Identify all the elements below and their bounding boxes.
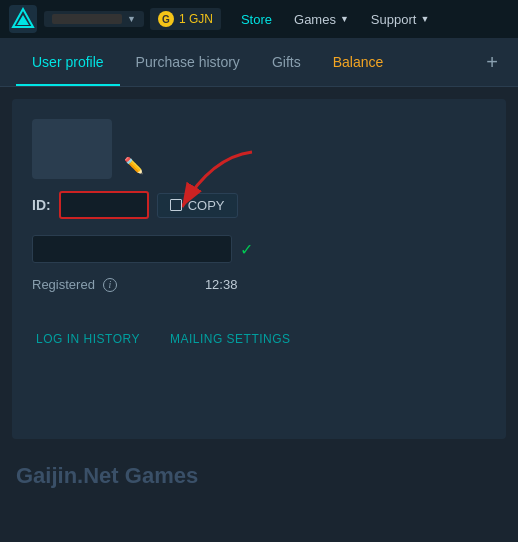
log-in-history-link[interactable]: LOG IN HISTORY [36,332,140,346]
info-icon[interactable]: i [103,278,117,292]
tabs-bar: User profile Purchase history Gifts Bala… [0,38,518,87]
account-chevron-icon: ▼ [127,14,136,24]
nav-support[interactable]: Support ▼ [361,8,439,31]
tab-gifts[interactable]: Gifts [256,38,317,86]
tab-user-profile[interactable]: User profile [16,38,120,86]
account-dropdown[interactable]: ▼ [44,11,144,27]
avatar-row: ✏️ [32,119,486,179]
avatar [32,119,112,179]
email-input[interactable] [32,235,232,263]
registered-time: 12:38 [205,277,238,292]
id-input[interactable] [59,191,149,219]
profile-content: ✏️ ID: COPY ✓ Registered i 12:38 LOG IN … [12,99,506,439]
support-chevron-icon: ▼ [420,14,429,24]
nav-games[interactable]: Games ▼ [284,8,359,31]
footer-text: Gaijin.Net Games [16,463,198,488]
topbar-nav: Store Games ▼ Support ▼ [231,8,439,31]
check-icon: ✓ [240,240,253,259]
nav-store[interactable]: Store [231,8,282,31]
games-chevron-icon: ▼ [340,14,349,24]
copy-button[interactable]: COPY [157,193,238,218]
tab-purchase-history[interactable]: Purchase history [120,38,256,86]
bottom-links: LOG IN HISTORY MAILING SETTINGS [32,332,486,346]
footer: Gaijin.Net Games [0,451,518,501]
email-row: ✓ [32,235,486,263]
id-row: ID: COPY [32,191,486,219]
coin-icon: G [158,11,174,27]
id-label: ID: [32,197,51,213]
add-tab-button[interactable]: + [482,43,502,82]
currency-amount: 1 GJN [179,12,213,26]
account-name [52,14,122,24]
registered-row: Registered i 12:38 [32,277,486,292]
registered-label: Registered [32,277,95,292]
copy-label: COPY [188,198,225,213]
currency-display: G 1 GJN [150,8,221,30]
gaijin-logo [8,4,38,34]
tab-balance[interactable]: Balance [317,38,400,86]
topbar: ▼ G 1 GJN Store Games ▼ Support ▼ [0,0,518,38]
copy-icon [170,199,182,211]
mailing-settings-link[interactable]: MAILING SETTINGS [170,332,291,346]
edit-icon[interactable]: ✏️ [124,156,144,175]
